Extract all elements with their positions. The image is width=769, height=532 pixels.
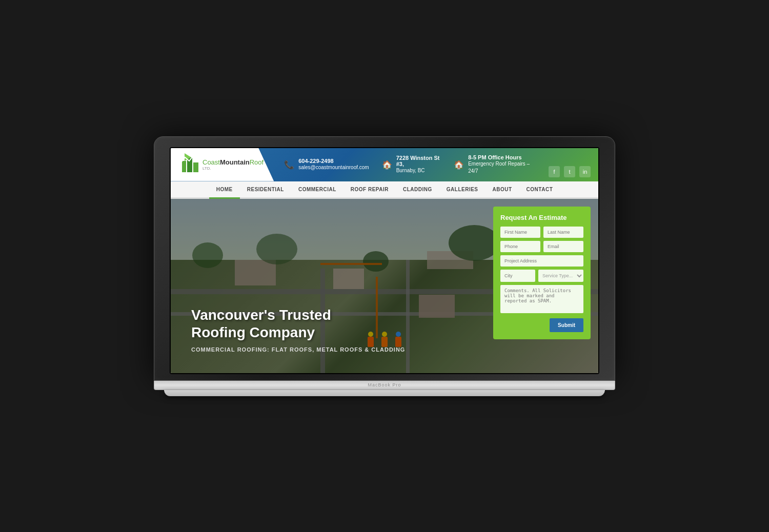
laptop-bottom-bar: MacBook Pro — [154, 381, 615, 390]
logo-mountain: Mountain — [220, 158, 250, 166]
laptop-base — [164, 390, 605, 396]
hero-title-line1: Vancouver's Trusted — [191, 307, 331, 323]
form-row-name — [500, 227, 583, 238]
logo-icon — [181, 153, 199, 176]
address-input[interactable] — [500, 255, 583, 267]
first-name-input[interactable] — [500, 227, 540, 238]
contact-info: 📞 604-229-2498 sales@coastmountainroof.c… — [274, 148, 541, 181]
hero-section: Vancouver's Trusted Roofing Company COMM… — [171, 199, 598, 373]
logo-ltd: LTD. — [203, 166, 264, 171]
form-title: Request An Estimate — [500, 214, 583, 221]
hero-text: Vancouver's Trusted Roofing Company COMM… — [171, 199, 485, 373]
phone-email: sales@coastmountainroof.com — [298, 164, 369, 171]
logo-area: CoastMountainRoof LTD. — [171, 148, 274, 181]
linkedin-icon[interactable]: in — [579, 166, 591, 177]
macbook-label: MacBook Pro — [368, 382, 401, 387]
contact-phone: 📞 604-229-2498 sales@coastmountainroof.c… — [284, 158, 369, 171]
form-row-contact — [500, 241, 583, 252]
logo-coast: Coast — [203, 158, 220, 166]
laptop-screen: CoastMountainRoof LTD. 📞 604-229-2498 sa… — [170, 147, 599, 374]
twitter-icon[interactable]: t — [564, 166, 575, 177]
contact-hours: 🏠 8-5 PM Office Hours Emergency Roof Rep… — [454, 154, 531, 175]
nav-residential[interactable]: RESIDENTIAL — [240, 181, 291, 197]
social-bar: f t in — [541, 166, 598, 181]
contact-address: 🏠 7228 Winston St #3, Burnaby, BC — [382, 155, 441, 174]
estimate-form-wrapper: Request An Estimate — [485, 199, 598, 373]
address-line2: Burnaby, BC — [396, 167, 441, 174]
form-row-city-service: Service Type... Commercial Residential R… — [500, 270, 583, 282]
nav-commercial[interactable]: COMMERCIAL — [291, 181, 343, 197]
logo-text: CoastMountainRoof LTD. — [203, 158, 264, 171]
hero-content: Vancouver's Trusted Roofing Company COMM… — [171, 199, 598, 373]
address-line1: 7228 Winston St #3, — [396, 155, 441, 167]
website-content: CoastMountainRoof LTD. 📞 604-229-2498 sa… — [171, 148, 598, 373]
phone-input[interactable] — [500, 241, 540, 252]
email-input[interactable] — [543, 241, 583, 252]
nav-cladding[interactable]: CLADDING — [396, 181, 439, 197]
logo-roof: Roof — [250, 158, 264, 166]
nav-galleries[interactable]: GALLERIES — [439, 181, 485, 197]
phone-number: 604-229-2498 — [298, 158, 369, 164]
nav-contact[interactable]: CONTACT — [519, 181, 560, 197]
navigation: HOME RESIDENTIAL COMMERCIAL ROOF REPAIR … — [171, 181, 598, 199]
form-submit-row: Submit — [500, 318, 583, 332]
home-icon: 🏠 — [382, 160, 392, 170]
top-bar: CoastMountainRoof LTD. 📞 604-229-2498 sa… — [171, 148, 598, 181]
svg-rect-2 — [193, 162, 198, 172]
nav-home[interactable]: HOME — [209, 181, 240, 197]
hours-main: 8-5 PM Office Hours — [468, 154, 531, 160]
service-select[interactable]: Service Type... Commercial Residential R… — [538, 270, 583, 282]
last-name-input[interactable] — [543, 227, 583, 238]
comments-textarea[interactable] — [500, 285, 583, 313]
laptop-mockup: CoastMountainRoof LTD. 📞 604-229-2498 sa… — [154, 136, 615, 396]
hero-heading: Vancouver's Trusted Roofing Company — [191, 306, 470, 341]
submit-button[interactable]: Submit — [550, 318, 583, 332]
estimate-form: Request An Estimate — [493, 207, 591, 339]
hero-subtitle: COMMERCIAL ROOFING: FLAT ROOFS, METAL RO… — [191, 346, 470, 353]
nav-roof-repair[interactable]: ROOF REPAIR — [343, 181, 396, 197]
screen-bezel: CoastMountainRoof LTD. 📞 604-229-2498 sa… — [154, 136, 615, 381]
hours-icon: 🏠 — [454, 160, 464, 170]
hero-title-line2: Roofing Company — [191, 324, 315, 340]
city-input[interactable] — [500, 270, 535, 282]
nav-about[interactable]: ABOUT — [485, 181, 519, 197]
hours-sub: Emergency Roof Repairs – 24/7 — [468, 160, 531, 175]
phone-icon: 📞 — [284, 160, 294, 170]
facebook-icon[interactable]: f — [549, 166, 560, 177]
svg-rect-0 — [182, 161, 186, 172]
